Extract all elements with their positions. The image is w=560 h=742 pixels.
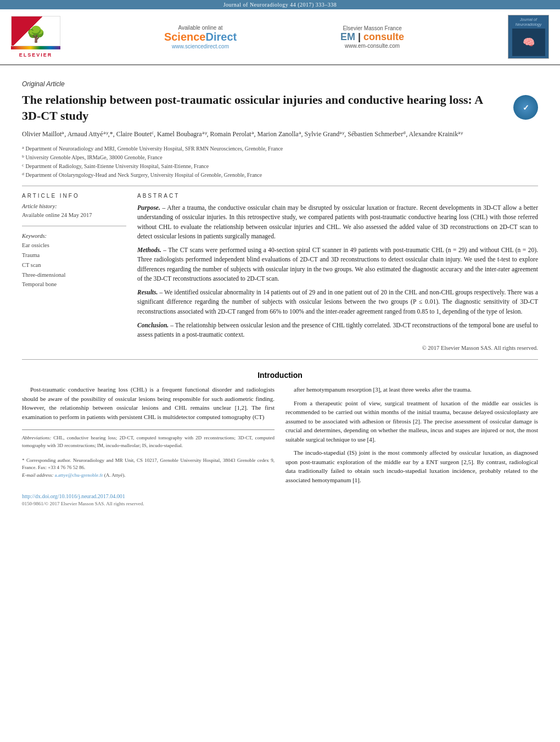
affiliation-a: ᵃ Department of Neuroradiology and MRI, … [22, 144, 538, 153]
article-info-header: ARTICLE INFO [22, 193, 126, 199]
abbreviations-note: Abbreviations: CHL, conductive hearing l… [22, 434, 275, 449]
keyword-5: Temporal bone [22, 280, 126, 289]
sciencedirect-url: www.sciencedirect.com [164, 43, 237, 49]
affiliation-b-text: ᵇ University Grenoble Alpes, IRMaGe, 380… [22, 153, 163, 161]
affiliation-d-text: ᵈ Department of Otolaryngology-Head and … [22, 171, 262, 179]
elsevier-text: ELSEVIER [19, 52, 53, 58]
footnotes: Abbreviations: CHL, conductive hearing l… [22, 429, 275, 507]
affiliations: ᵃ Department of Neuroradiology and MRI, … [22, 144, 538, 179]
abstract-header: ABSTRACT [137, 193, 538, 199]
copyright-line: © 2017 Elsevier Masson SAS. All rights r… [137, 344, 538, 353]
intro-right-col: after hemotympanum resorption [3], at le… [285, 385, 538, 507]
results-text: – We identified ossicular abnormality in… [137, 289, 538, 315]
email-note: E-mail address: a.attye@chu-grenoble.fr … [22, 472, 275, 479]
doi-link[interactable]: http://dx.doi.org/10.1016/j.neurad.2017.… [22, 492, 275, 500]
introduction-section: Introduction Post-traumatic conductive h… [22, 371, 538, 507]
conclusion-label: Conclusion. [137, 322, 169, 328]
elsevier-stripe [11, 46, 60, 49]
journal-top-bar: Journal of Neuroradiology 44 (2017) 333–… [0, 0, 560, 9]
methods-label: Methods. [137, 247, 161, 253]
keyword-4: Three-dimensional [22, 271, 126, 280]
elsevier-image: 🌳 [11, 16, 60, 46]
issn-line: 0150-9861/© 2017 Elsevier Masson SAS. Al… [22, 500, 275, 508]
abstract-text: Purpose. – After a trauma, the conductiv… [137, 203, 538, 353]
article-history-item: Article history: Available online 24 May… [22, 203, 126, 219]
keywords-item: Keywords: Ear ossicles Trauma CT scan Th… [22, 233, 126, 289]
purpose-label: Purpose. [137, 204, 160, 211]
intro-right-para-3: The incudo-stapedial (IS) joint is the m… [285, 448, 538, 484]
journal-citation: Journal of Neuroradiology 44 (2017) 333–… [223, 2, 337, 8]
elsevier-masson-label: Elsevier Masson France [340, 25, 404, 31]
authors-line: Olivier Maillotᵃ, Arnaud Attyéᵃʸ,*, Clai… [22, 129, 538, 139]
history-label: Article history: [22, 203, 126, 209]
content-area: Original Article The relationship betwee… [0, 72, 560, 518]
keywords-label: Keywords: [22, 233, 126, 239]
article-title-section: The relationship between post-traumatic … [22, 92, 538, 124]
introduction-title: Introduction [22, 371, 538, 380]
article-title: The relationship between post-traumatic … [22, 92, 513, 124]
intro-right-para-1: after hemotympanum resorption [3], at le… [285, 385, 538, 394]
abstract-conclusion: Conclusion. – The relationship between o… [137, 321, 538, 340]
em-consulte-url: www.em-consulte.com [340, 43, 404, 49]
intro-right-para-2: From a therapeutic point of view, surgic… [285, 399, 538, 444]
affiliation-c-text: ᶜ Department of Radiology, Saint-Etienne… [22, 162, 209, 170]
divider-after-affiliations [22, 186, 538, 186]
article-info-column: ARTICLE INFO Article history: Available … [22, 193, 126, 353]
abstract-methods: Methods. – The CT scans were performed u… [137, 246, 538, 283]
header-logos: 🌳 ELSEVIER Available online at ScienceDi… [0, 9, 560, 64]
intro-left-para: Post-traumatic conductive hearing loss (… [22, 385, 275, 421]
abstract-column: ABSTRACT Purpose. – After a trauma, the … [137, 193, 538, 353]
intro-body: Post-traumatic conductive hearing loss (… [22, 385, 538, 507]
intro-left-col: Post-traumatic conductive hearing loss (… [22, 385, 275, 507]
abstract-results: Results. – We identified ossicular abnor… [137, 288, 538, 316]
affiliation-a-text: ᵃ Department of Neuroradiology and MRI, … [22, 144, 283, 153]
keyword-1: Ear ossicles [22, 241, 126, 250]
divider-keywords [22, 226, 126, 226]
conclusion-text: – The relationship between ossicular les… [137, 322, 538, 338]
header-divider [0, 64, 560, 65]
abstract-purpose: Purpose. – After a trauma, the conductiv… [137, 203, 538, 241]
sciencedirect-section: Available online at ScienceDirect www.sc… [164, 25, 237, 49]
em-consulte-logo: EM | consulte [340, 31, 404, 43]
keyword-3: CT scan [22, 261, 126, 270]
methods-text: – The CT scans were performed using a 40… [137, 247, 538, 282]
divider-intro [22, 359, 538, 360]
affiliation-c: ᶜ Department of Radiology, Saint-Etienne… [22, 162, 538, 170]
email-link[interactable]: a.attye@chu-grenoble.fr [55, 472, 103, 478]
corresponding-note: * Corresponding author. Neuroradiology a… [22, 457, 275, 472]
results-label: Results. [137, 289, 158, 295]
keyword-2: Trauma [22, 251, 126, 260]
emconsulte-section: Elsevier Masson France EM | consulte www… [340, 25, 404, 49]
available-online-text: Available online at [164, 25, 237, 31]
elsevier-logo: 🌳 ELSEVIER [11, 16, 60, 58]
article-info-abstract-section: ARTICLE INFO Article history: Available … [22, 193, 538, 353]
affiliation-d: ᵈ Department of Otolaryngology-Head and … [22, 171, 538, 179]
crossmark-logo: ✓ [513, 95, 538, 120]
elsevier-tree-icon: 🌳 [26, 25, 46, 43]
sciencedirect-logo: ScienceDirect [164, 31, 237, 43]
keywords-list: Ear ossicles Trauma CT scan Three-dimens… [22, 241, 126, 289]
journal-thumbnail: Journal ofNeuroradiology 🧠 [508, 15, 549, 59]
purpose-text: – After a trauma, the conductive ossicul… [137, 204, 538, 239]
affiliation-b: ᵇ University Grenoble Alpes, IRMaGe, 380… [22, 153, 538, 161]
footer-links: http://dx.doi.org/10.1016/j.neurad.2017.… [22, 492, 275, 508]
available-online-date: Available online 24 May 2017 [22, 212, 92, 218]
article-type-label: Original Article [22, 80, 538, 88]
authors-text: Olivier Maillotᵃ, Arnaud Attyéᵃʸ,*, Clai… [22, 130, 463, 138]
